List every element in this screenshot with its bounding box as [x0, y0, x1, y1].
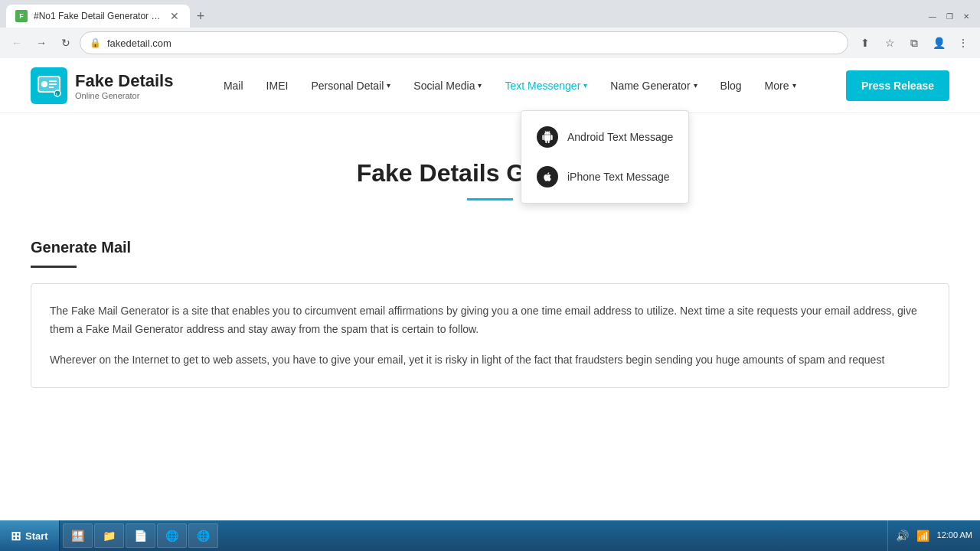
logo-subtitle: Online Generator: [75, 91, 173, 100]
close-button[interactable]: ✕: [959, 8, 974, 24]
minimize-button[interactable]: —: [925, 8, 940, 24]
lock-icon: 🔒: [90, 37, 101, 48]
tab-close-button[interactable]: ✕: [168, 10, 181, 22]
nav-name-generator[interactable]: Name Generator ▾: [601, 73, 706, 98]
profile-icon[interactable]: 👤: [928, 32, 949, 54]
social-media-chevron: ▾: [478, 81, 482, 90]
logo-svg: i: [37, 73, 61, 98]
title-underline: [467, 198, 513, 201]
more-chevron: ▾: [792, 81, 796, 90]
personal-detail-chevron: ▾: [387, 81, 390, 90]
refresh-button[interactable]: ↻: [55, 32, 77, 54]
logo-title: Fake Details: [75, 71, 173, 91]
toolbar-icons: ⬆ ☆ ⧉ 👤 ⋮: [854, 32, 974, 54]
apple-icon: [537, 166, 558, 187]
press-release-button[interactable]: Press Release: [846, 70, 949, 101]
section-underline: [31, 266, 77, 268]
forward-button[interactable]: →: [31, 32, 52, 54]
logo-icon: i: [31, 67, 67, 104]
android-text-message-label: Android Text Message: [567, 131, 673, 143]
nav-imei[interactable]: IMEI: [257, 73, 298, 98]
content-paragraph-1: The Fake Mail Generator is a site that e…: [50, 302, 930, 339]
nav-mail[interactable]: Mail: [214, 73, 253, 98]
text-messenger-dropdown: Android Text Message iPhone Text Message: [521, 110, 689, 204]
window-controls: — ❐ ✕: [925, 8, 974, 24]
content-box: The Fake Mail Generator is a site that e…: [31, 283, 949, 388]
iphone-text-message-label: iPhone Text Message: [567, 171, 670, 183]
name-generator-chevron: ▾: [694, 81, 697, 90]
nav-personal-detail[interactable]: Personal Detail ▾: [302, 73, 400, 98]
main-content: Fake Details Generator Generate Mail The…: [0, 113, 980, 419]
android-text-message-item[interactable]: Android Text Message: [521, 117, 688, 157]
nav-blog[interactable]: Blog: [711, 73, 751, 98]
page-title: Fake Details Generator: [31, 159, 949, 187]
address-bar[interactable]: 🔒 fakedetail.com: [80, 31, 848, 54]
address-text: fakedetail.com: [107, 37, 838, 49]
text-messenger-chevron: ▾: [583, 81, 587, 90]
menu-icon[interactable]: ⋮: [952, 32, 974, 54]
new-tab-button[interactable]: +: [190, 5, 211, 27]
content-paragraph-2: Wherever on the Internet to get to web a…: [50, 351, 930, 370]
restore-button[interactable]: ❐: [942, 8, 957, 24]
nav-social-media[interactable]: Social Media ▾: [404, 73, 491, 98]
tab-title: #No1 Fake Detail Generator | Get W...: [34, 11, 162, 21]
browser-title-bar: F #No1 Fake Detail Generator | Get W... …: [0, 0, 980, 28]
website: i Fake Details Online Generator Mail IME…: [0, 58, 980, 419]
tab-favicon: F: [15, 10, 28, 22]
browser-tab[interactable]: F #No1 Fake Detail Generator | Get W... …: [6, 5, 190, 28]
share-icon[interactable]: ⬆: [854, 32, 876, 54]
nav-text-messenger[interactable]: Text Messenger ▾: [495, 73, 596, 98]
browser-chrome: F #No1 Fake Detail Generator | Get W... …: [0, 0, 980, 419]
section-title: Generate Mail: [31, 239, 949, 256]
iphone-text-message-item[interactable]: iPhone Text Message: [521, 157, 688, 197]
logo-area[interactable]: i Fake Details Online Generator: [31, 67, 173, 104]
site-header: i Fake Details Online Generator Mail IME…: [0, 58, 980, 113]
nav-more[interactable]: More ▾: [756, 73, 805, 98]
svg-point-2: [41, 81, 47, 87]
bookmark-icon[interactable]: ☆: [879, 32, 900, 54]
android-icon: [537, 126, 558, 148]
main-nav: Mail IMEI Personal Detail ▾ Social Media…: [173, 73, 846, 98]
back-button[interactable]: ←: [6, 32, 28, 54]
logo-text-block: Fake Details Online Generator: [75, 71, 173, 100]
browser-controls: ← → ↻ 🔒 fakedetail.com ⬆ ☆ ⧉ 👤 ⋮: [0, 28, 980, 58]
sidebar-icon[interactable]: ⧉: [903, 32, 925, 54]
